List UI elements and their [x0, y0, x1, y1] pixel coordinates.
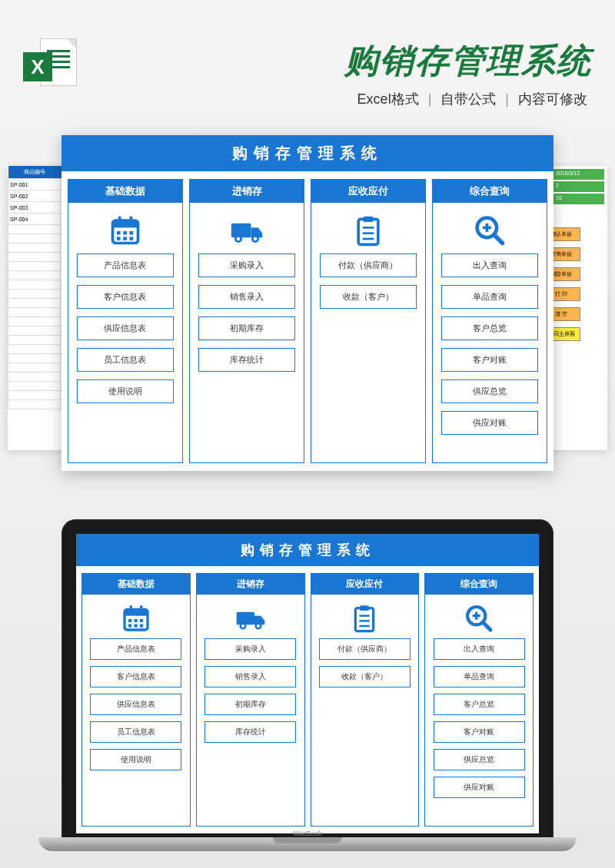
panel-column: 进销存采购录入销售录入初期库存库存统计 [196, 573, 305, 827]
svg-point-33 [240, 624, 245, 629]
svg-rect-30 [134, 624, 137, 628]
menu-button[interactable]: 产品信息表 [77, 253, 174, 277]
zoom-icon [464, 603, 494, 631]
svg-rect-4 [117, 231, 121, 235]
column-header: 进销存 [190, 180, 304, 203]
menu-button[interactable]: 单品查询 [441, 285, 538, 309]
sub-title: Excel格式|自带公式|内容可修改 [85, 90, 592, 108]
panel-column: 进销存采购录入销售录入初期库存库存统计 [189, 179, 304, 463]
svg-rect-31 [140, 624, 143, 628]
menu-button[interactable]: 销售录入 [204, 666, 296, 687]
calendar-icon [108, 214, 142, 244]
menu-button[interactable]: 供应对账 [441, 411, 538, 435]
menu-button[interactable]: 客户对账 [441, 348, 538, 372]
menu-button[interactable]: 付款（供应商） [320, 253, 417, 277]
svg-rect-26 [128, 619, 131, 622]
panel-title-2: 购销存管理系统 [76, 534, 539, 566]
menu-button[interactable]: 收款（客户） [320, 285, 417, 309]
svg-rect-3 [130, 217, 133, 224]
screenshot-area: 商品编号商品名称 SP-001鼠标 SP-002键盘 SP-003U盘 SP-0… [23, 135, 592, 473]
laptop-label: MacBook [62, 830, 554, 837]
main-panel: 购销存管理系统 基础数据产品信息表客户信息表供应信息表员工信息表使用说明进销存采… [62, 135, 554, 471]
column-header: 应收应付 [311, 180, 425, 203]
svg-point-11 [235, 236, 241, 241]
truck-icon [230, 214, 264, 244]
panel-columns: 基础数据产品信息表客户信息表供应信息表员工信息表使用说明进销存采购录入销售录入初… [62, 171, 554, 463]
svg-rect-6 [130, 231, 134, 235]
panel-column: 应收应付付款（供应商）收款（客户） [311, 573, 420, 827]
menu-button[interactable]: 库存统计 [198, 348, 295, 372]
excel-icon: X [23, 38, 77, 92]
menu-button[interactable]: 供应信息表 [90, 694, 181, 715]
svg-rect-10 [231, 224, 251, 237]
menu-button[interactable]: 员工信息表 [90, 721, 181, 743]
laptop-mockup: 购销存管理系统 基础数据产品信息表客户信息表供应信息表员工信息表使用说明进销存采… [62, 519, 554, 851]
svg-rect-24 [130, 605, 132, 611]
column-header: 基础数据 [68, 180, 182, 203]
svg-rect-9 [130, 237, 134, 240]
column-header: 综合查询 [425, 574, 533, 595]
svg-rect-29 [128, 624, 131, 628]
svg-rect-28 [140, 619, 143, 622]
menu-button[interactable]: 采购录入 [204, 638, 296, 660]
menu-button[interactable]: 供应总览 [441, 379, 538, 403]
svg-rect-36 [361, 605, 370, 611]
svg-rect-1 [113, 220, 138, 227]
laptop-screen: 购销存管理系统 基础数据产品信息表客户信息表供应信息表员工信息表使用说明进销存采… [76, 534, 539, 833]
truck-icon [235, 603, 266, 631]
column-header: 综合查询 [433, 180, 547, 203]
panel-columns-2: 基础数据产品信息表客户信息表供应信息表员工信息表使用说明进销存采购录入销售录入初… [76, 566, 539, 827]
menu-button[interactable]: 采购录入 [198, 253, 295, 277]
panel-column: 基础数据产品信息表客户信息表供应信息表员工信息表使用说明 [81, 573, 191, 827]
menu-button[interactable]: 出入查询 [441, 253, 538, 277]
svg-point-12 [252, 236, 258, 241]
svg-rect-14 [364, 217, 374, 222]
menu-button[interactable]: 产品信息表 [90, 638, 181, 660]
svg-rect-7 [117, 237, 121, 240]
svg-rect-8 [123, 237, 127, 240]
svg-rect-13 [358, 219, 378, 244]
panel-column: 综合查询出入查询单品查询客户总览客户对账供应总览供应对账 [432, 179, 547, 463]
menu-button[interactable]: 销售录入 [198, 285, 295, 309]
menu-button[interactable]: 出入查询 [434, 638, 525, 660]
menu-button[interactable]: 客户信息表 [77, 285, 174, 309]
column-header: 应收应付 [311, 574, 419, 595]
panel-column: 应收应付付款（供应商）收款（客户） [311, 179, 426, 463]
column-header: 基础数据 [82, 574, 190, 595]
menu-button[interactable]: 供应信息表 [77, 316, 174, 340]
panel-column: 综合查询出入查询单品查询客户总览客户对账供应总览供应对账 [424, 573, 534, 827]
clipboard-icon [349, 603, 380, 631]
menu-button[interactable]: 初期库存 [198, 316, 295, 340]
panel-title: 购销存管理系统 [62, 135, 554, 171]
menu-button[interactable]: 供应总览 [434, 749, 525, 770]
menu-button[interactable]: 付款（供应商） [319, 638, 411, 660]
menu-button[interactable]: 单品查询 [434, 666, 525, 687]
menu-button[interactable]: 客户总览 [441, 316, 538, 340]
menu-button[interactable]: 库存统计 [204, 721, 296, 743]
svg-rect-5 [123, 231, 127, 235]
svg-rect-25 [140, 605, 142, 611]
menu-button[interactable]: 供应对账 [434, 777, 525, 798]
main-title: 购销存管理系统 [85, 38, 592, 84]
column-header: 进销存 [197, 574, 304, 595]
svg-rect-35 [356, 608, 374, 631]
calendar-icon [121, 603, 151, 631]
menu-button[interactable]: 员工信息表 [77, 348, 174, 372]
promo-header: X 购销存管理系统 Excel格式|自带公式|内容可修改 [0, 0, 615, 124]
menu-button[interactable]: 使用说明 [90, 749, 181, 770]
menu-button[interactable]: 初期库存 [204, 694, 296, 715]
zoom-icon [473, 214, 507, 244]
menu-button[interactable]: 使用说明 [77, 379, 174, 403]
menu-button[interactable]: 客户对账 [434, 721, 525, 743]
svg-point-34 [255, 624, 261, 629]
menu-button[interactable]: 客户总览 [434, 694, 525, 715]
svg-rect-32 [236, 612, 254, 625]
svg-rect-23 [125, 609, 148, 615]
panel-column: 基础数据产品信息表客户信息表供应信息表员工信息表使用说明 [68, 179, 183, 463]
menu-button[interactable]: 收款（客户） [319, 666, 411, 687]
svg-rect-2 [118, 217, 121, 224]
svg-line-19 [494, 235, 503, 244]
menu-button[interactable]: 客户信息表 [90, 666, 181, 687]
svg-rect-27 [134, 619, 137, 622]
clipboard-icon [351, 214, 385, 244]
